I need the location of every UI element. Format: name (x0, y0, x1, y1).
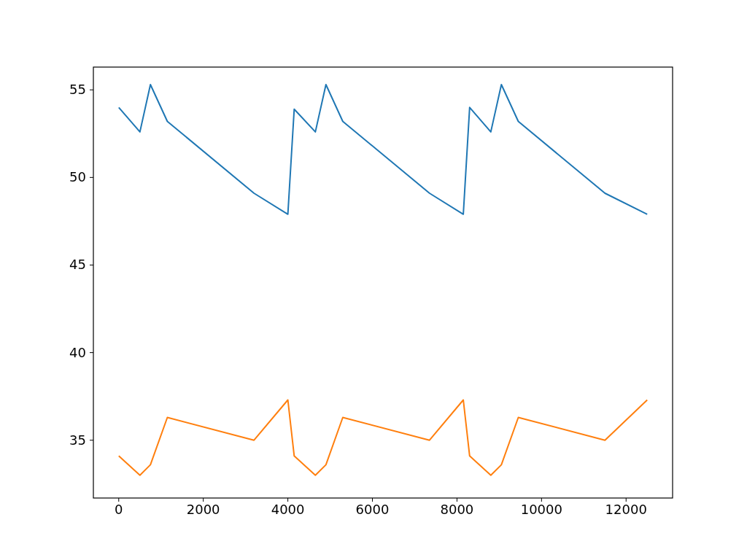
y-tick-label: 50 (69, 169, 86, 184)
x-tick-label: 2000 (187, 502, 220, 517)
x-tick: 6000 (356, 498, 390, 517)
x-tick: 12000 (605, 498, 647, 517)
x-tick-label: 10000 (521, 502, 562, 517)
figure: 020004000600080001000012000 3540455055 (0, 0, 747, 560)
y-tick-label: 55 (69, 82, 86, 97)
x-tick-label: 12000 (605, 502, 647, 517)
chart-axes: 020004000600080001000012000 3540455055 (93, 67, 673, 498)
y-tick: 40 (69, 345, 93, 360)
y-tick: 55 (69, 82, 93, 97)
y-tick-label: 40 (69, 345, 86, 360)
y-tick: 35 (69, 432, 93, 448)
y-tick-label: 45 (69, 257, 86, 272)
y-tick: 50 (69, 169, 93, 184)
x-tick-label: 8000 (441, 502, 474, 517)
line-series-group (119, 85, 647, 475)
x-axis-ticks: 020004000600080001000012000 (115, 498, 647, 517)
x-tick: 4000 (271, 498, 305, 517)
line-series-1 (119, 400, 647, 475)
x-tick-label: 6000 (356, 502, 390, 517)
y-axis-ticks: 3540455055 (69, 82, 93, 447)
line-series-0 (119, 85, 647, 214)
x-tick: 10000 (521, 498, 562, 517)
x-tick: 2000 (187, 498, 220, 517)
x-tick-label: 0 (115, 502, 123, 517)
x-tick: 0 (115, 498, 123, 517)
x-tick-label: 4000 (271, 502, 305, 517)
y-tick-label: 35 (69, 432, 86, 448)
x-tick: 8000 (441, 498, 474, 517)
y-tick: 45 (69, 257, 93, 272)
